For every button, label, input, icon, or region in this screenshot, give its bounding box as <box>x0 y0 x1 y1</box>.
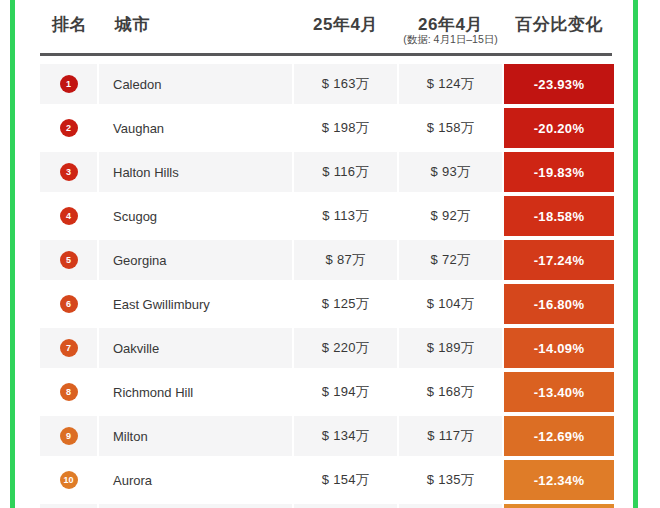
header-divider <box>40 53 612 56</box>
pct-change-cell: -13.40% <box>504 372 614 412</box>
price-apr-2025: $ 194万 <box>294 372 397 412</box>
price-apr-2026: $ 124万 <box>399 64 502 104</box>
pct-change-column-header: 百分比变化 <box>504 13 614 36</box>
city-name: East Gwillimbury <box>99 284 292 324</box>
pct-change-cell: -14.09% <box>504 328 614 368</box>
pct-change-cell: -12.34% <box>504 460 614 500</box>
table-row: 6 East Gwillimbury $ 125万 $ 104万 -16.80% <box>40 284 614 324</box>
rank-badge: 2 <box>60 119 78 137</box>
rank-badge: 3 <box>60 163 78 181</box>
rank-cell: 10 <box>40 460 97 500</box>
pct-change-cell: -19.83% <box>504 152 614 192</box>
price-apr-2026: $ 72万 <box>399 240 502 280</box>
pct-change-cell: -18.58% <box>504 196 614 236</box>
right-border-line <box>633 0 638 508</box>
pct-change-cell: -23.93% <box>504 64 614 104</box>
table-row-partial <box>40 504 614 508</box>
price-apr-2025: $ 198万 <box>294 108 397 148</box>
price-apr-2026: $ 158万 <box>399 108 502 148</box>
price-apr-2026: $ 92万 <box>399 196 502 236</box>
rank-badge: 10 <box>60 471 78 489</box>
price-apr-2025: $ 113万 <box>294 196 397 236</box>
rank-badge: 5 <box>60 251 78 269</box>
table-row: 7 Oakville $ 220万 $ 189万 -14.09% <box>40 328 614 368</box>
ranking-table: 排名 城市 25年4月 26年4月 百分比变化 (数据: 4月1日–15日) 1… <box>40 0 614 508</box>
price-apr-2025: $ 154万 <box>294 460 397 500</box>
price-apr-2025: $ 220万 <box>294 328 397 368</box>
table-row: 4 Scugog $ 113万 $ 92万 -18.58% <box>40 196 614 236</box>
city-column-header: 城市 <box>99 13 292 36</box>
table-body: 1 Caledon $ 163万 $ 124万 -23.93% 2 Vaugha… <box>40 64 614 508</box>
price-apr-2026: $ 135万 <box>399 460 502 500</box>
city-name: Oakville <box>99 328 292 368</box>
city-name <box>99 504 292 508</box>
city-name: Scugog <box>99 196 292 236</box>
price-apr-2025: $ 125万 <box>294 284 397 324</box>
city-name: Vaughan <box>99 108 292 148</box>
city-name: Georgina <box>99 240 292 280</box>
table-header: 排名 城市 25年4月 26年4月 百分比变化 (数据: 4月1日–15日) <box>40 0 614 36</box>
table-row: 3 Halton Hills $ 116万 $ 93万 -19.83% <box>40 152 614 192</box>
price-apr-2025 <box>294 504 397 508</box>
data-range-note: (数据: 4月1日–15日) <box>388 33 513 47</box>
pct-change-cell: -20.20% <box>504 108 614 148</box>
pct-change-cell <box>504 504 614 508</box>
price-apr-2026 <box>399 504 502 508</box>
table-row: 10 Aurora $ 154万 $ 135万 -12.34% <box>40 460 614 500</box>
rank-cell <box>40 504 97 508</box>
price-apr-2025: $ 87万 <box>294 240 397 280</box>
city-name: Halton Hills <box>99 152 292 192</box>
table-row: 2 Vaughan $ 198万 $ 158万 -20.20% <box>40 108 614 148</box>
table-row: 1 Caledon $ 163万 $ 124万 -23.93% <box>40 64 614 104</box>
table-row: 8 Richmond Hill $ 194万 $ 168万 -13.40% <box>40 372 614 412</box>
table-row: 5 Georgina $ 87万 $ 72万 -17.24% <box>40 240 614 280</box>
city-name: Richmond Hill <box>99 372 292 412</box>
rank-cell: 8 <box>40 372 97 412</box>
rank-cell: 3 <box>40 152 97 192</box>
price-apr-2025: $ 134万 <box>294 416 397 456</box>
rank-badge: 8 <box>60 383 78 401</box>
price-apr-2026: $ 168万 <box>399 372 502 412</box>
price-apr-2025: $ 163万 <box>294 64 397 104</box>
rank-badge: 1 <box>60 75 78 93</box>
rank-cell: 7 <box>40 328 97 368</box>
price-apr-2026: $ 189万 <box>399 328 502 368</box>
rank-cell: 2 <box>40 108 97 148</box>
city-name: Caledon <box>99 64 292 104</box>
price-apr-2026: $ 93万 <box>399 152 502 192</box>
rank-badge: 9 <box>60 427 78 445</box>
rank-cell: 4 <box>40 196 97 236</box>
pct-change-cell: -17.24% <box>504 240 614 280</box>
price-apr-2026: $ 104万 <box>399 284 502 324</box>
pct-change-cell: -16.80% <box>504 284 614 324</box>
rank-badge: 7 <box>60 339 78 357</box>
rank-column-header: 排名 <box>40 13 97 36</box>
price-apr-2025: $ 116万 <box>294 152 397 192</box>
left-border-line <box>10 0 15 508</box>
rank-cell: 9 <box>40 416 97 456</box>
city-name: Milton <box>99 416 292 456</box>
rank-badge: 6 <box>60 295 78 313</box>
price-apr-2026: $ 117万 <box>399 416 502 456</box>
apr-2025-column-header: 25年4月 <box>294 13 397 36</box>
city-name: Aurora <box>99 460 292 500</box>
table-row: 9 Milton $ 134万 $ 117万 -12.69% <box>40 416 614 456</box>
rank-cell: 6 <box>40 284 97 324</box>
rank-badge: 4 <box>60 207 78 225</box>
rank-cell: 5 <box>40 240 97 280</box>
pct-change-cell: -12.69% <box>504 416 614 456</box>
rank-cell: 1 <box>40 64 97 104</box>
